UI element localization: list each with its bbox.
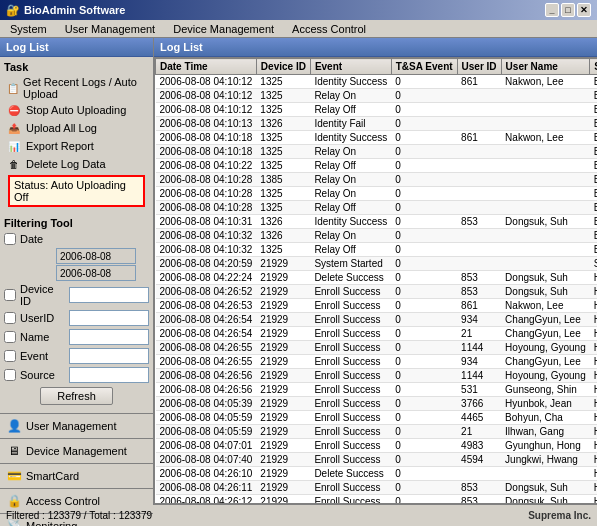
task-delete-label: Delete Log Data xyxy=(26,158,106,170)
table-row[interactable]: 2006-08-08 04:10:131326Identity Fail0Bio… xyxy=(156,117,598,131)
table-row[interactable]: 2006-08-08 04:10:281385Relay On0BioStati… xyxy=(156,173,598,187)
col-userid: User ID xyxy=(457,59,501,75)
table-row[interactable]: 2006-08-08 04:26:5621929Enroll Success01… xyxy=(156,369,598,383)
table-row[interactable]: 2006-08-08 04:05:5921929Enroll Success02… xyxy=(156,425,598,439)
table-row[interactable]: 2006-08-08 04:07:4021929Enroll Success04… xyxy=(156,453,598,467)
table-row[interactable]: 2006-08-08 04:26:5421929Enroll Success09… xyxy=(156,313,598,327)
event-checkbox[interactable] xyxy=(4,350,16,362)
table-row[interactable]: 2006-08-08 04:10:321326Relay On0BioStati… xyxy=(156,229,598,243)
source-checkbox[interactable] xyxy=(4,369,16,381)
event-filter-label: Event xyxy=(20,350,65,362)
status-display: Status: Auto Uploading Off xyxy=(8,175,145,207)
smartcard-label: SmartCard xyxy=(26,470,79,482)
device-management-label: Device Management xyxy=(26,445,127,457)
table-row[interactable]: 2006-08-08 04:10:181325Relay On0BioStati… xyxy=(156,145,598,159)
user-management-icon: 👤 xyxy=(6,418,22,434)
table-row[interactable]: 2006-08-08 04:26:5221929Enroll Success08… xyxy=(156,285,598,299)
task-stop-upload[interactable]: ⛔ Stop Auto Uploading xyxy=(4,101,149,119)
userid-filter-label: UserID xyxy=(20,312,65,324)
col-deviceid: Device ID xyxy=(256,59,310,75)
filtering-title: Filtering Tool xyxy=(4,217,149,229)
export-icon: 📊 xyxy=(6,138,22,154)
upload-all-icon: 📤 xyxy=(6,120,22,136)
maximize-button[interactable]: □ xyxy=(561,3,575,17)
date-checkbox[interactable] xyxy=(4,233,16,245)
filter-info: Filtered : 123379 / Total : 123379 xyxy=(6,510,152,521)
delete-icon: 🗑 xyxy=(6,156,22,172)
deviceid-input[interactable] xyxy=(69,287,149,303)
table-row[interactable]: 2006-08-08 04:20:5921929System Started0S… xyxy=(156,257,598,271)
refresh-button[interactable]: Refresh xyxy=(40,387,113,405)
table-row[interactable]: 2006-08-08 04:10:321325Relay Off0BioStat… xyxy=(156,243,598,257)
get-logs-icon: 📋 xyxy=(6,80,19,96)
table-row[interactable]: 2006-08-08 04:26:1221929Enroll Success08… xyxy=(156,495,598,505)
table-row[interactable]: 2006-08-08 04:26:5521929Enroll Success01… xyxy=(156,341,598,355)
smartcard-icon: 💳 xyxy=(6,468,22,484)
title-bar: 🔐 BioAdmin Software _ □ ✕ xyxy=(0,0,597,20)
date-filter-label: Date xyxy=(20,233,65,245)
access-control-label: Access Control xyxy=(26,495,100,507)
source-input[interactable] xyxy=(69,367,149,383)
menu-user-management[interactable]: User Management xyxy=(61,22,160,36)
menu-device-management[interactable]: Device Management xyxy=(169,22,278,36)
table-row[interactable]: 2006-08-08 04:10:281325Relay Off0BioStat… xyxy=(156,201,598,215)
menu-access-control[interactable]: Access Control xyxy=(288,22,370,36)
menu-bar: System User Management Device Management… xyxy=(0,20,597,38)
stop-upload-icon: ⛔ xyxy=(6,102,22,118)
task-export-report[interactable]: 📊 Export Report xyxy=(4,137,149,155)
table-row[interactable]: 2006-08-08 04:26:5321929Enroll Success08… xyxy=(156,299,598,313)
table-row[interactable]: 2006-08-08 04:10:181325Identity Success0… xyxy=(156,131,598,145)
userid-input[interactable] xyxy=(69,310,149,326)
date-from-input[interactable] xyxy=(56,248,136,264)
name-checkbox[interactable] xyxy=(4,331,16,343)
left-panel: Log List Task 📋 Get Recent Logs / Auto U… xyxy=(0,38,154,504)
table-row[interactable]: 2006-08-08 04:10:121325Relay On0BioStati… xyxy=(156,89,598,103)
sidebar-item-smartcard[interactable]: 💳 SmartCard xyxy=(0,463,153,488)
table-row[interactable]: 2006-08-08 04:10:121325Relay Off0BioStat… xyxy=(156,103,598,117)
table-row[interactable]: 2006-08-08 04:10:221325Relay Off0BioStat… xyxy=(156,159,598,173)
name-filter-label: Name xyxy=(20,331,65,343)
col-datetime: Date Time xyxy=(156,59,257,75)
deviceid-filter-label: Device ID xyxy=(20,283,65,307)
task-delete-log[interactable]: 🗑 Delete Log Data xyxy=(4,155,149,173)
deviceid-checkbox[interactable] xyxy=(4,289,16,301)
right-panel-header: Log List xyxy=(154,38,597,57)
task-header: Task xyxy=(4,61,149,73)
close-button[interactable]: ✕ xyxy=(577,3,591,17)
left-panel-header: Log List xyxy=(0,38,153,57)
table-row[interactable]: 2006-08-08 04:10:121325Identity Success0… xyxy=(156,75,598,89)
event-input[interactable] xyxy=(69,348,149,364)
suprema-logo: Suprema Inc. xyxy=(528,510,591,521)
app-title: BioAdmin Software xyxy=(24,4,125,16)
table-row[interactable]: 2006-08-08 04:26:1021929Delete Success0H… xyxy=(156,467,598,481)
user-management-label: User Management xyxy=(26,420,117,432)
sidebar-item-user-management[interactable]: 👤 User Management xyxy=(0,413,153,438)
name-input[interactable] xyxy=(69,329,149,345)
right-panel: Log List Date Time Device ID Event T&SA … xyxy=(154,38,597,504)
table-row[interactable]: 2006-08-08 04:05:5921929Enroll Success04… xyxy=(156,411,598,425)
table-row[interactable]: 2006-08-08 04:10:281325Relay On0BioStati… xyxy=(156,187,598,201)
source-filter-label: Source xyxy=(20,369,65,381)
minimize-button[interactable]: _ xyxy=(545,3,559,17)
date-to-input[interactable] xyxy=(56,265,136,281)
menu-system[interactable]: System xyxy=(6,22,51,36)
table-row[interactable]: 2006-08-08 04:26:1121929Enroll Success08… xyxy=(156,481,598,495)
table-row[interactable]: 2006-08-08 04:26:5621929Enroll Success05… xyxy=(156,383,598,397)
app-icon: 🔐 xyxy=(6,4,20,17)
log-table-container[interactable]: Date Time Device ID Event T&SA Event Use… xyxy=(154,57,597,504)
task-stop-upload-label: Stop Auto Uploading xyxy=(26,104,126,116)
table-row[interactable]: 2006-08-08 04:07:0121929Enroll Success04… xyxy=(156,439,598,453)
table-row[interactable]: 2006-08-08 04:26:5521929Enroll Success09… xyxy=(156,355,598,369)
table-row[interactable]: 2006-08-08 04:10:311326Identity Success0… xyxy=(156,215,598,229)
task-get-logs[interactable]: 📋 Get Recent Logs / Auto Upload xyxy=(4,75,149,101)
userid-checkbox[interactable] xyxy=(4,312,16,324)
table-row[interactable]: 2006-08-08 04:05:3921929Enroll Success03… xyxy=(156,397,598,411)
task-upload-all[interactable]: 📤 Upload All Log xyxy=(4,119,149,137)
log-table: Date Time Device ID Event T&SA Event Use… xyxy=(155,58,597,504)
table-row[interactable]: 2006-08-08 04:26:5421929Enroll Success02… xyxy=(156,327,598,341)
col-source: Source xyxy=(590,59,597,75)
device-management-icon: 🖥 xyxy=(6,443,22,459)
table-row[interactable]: 2006-08-08 04:22:2421929Delete Success08… xyxy=(156,271,598,285)
sidebar-item-device-management[interactable]: 🖥 Device Management xyxy=(0,438,153,463)
access-control-icon: 🔒 xyxy=(6,493,22,509)
